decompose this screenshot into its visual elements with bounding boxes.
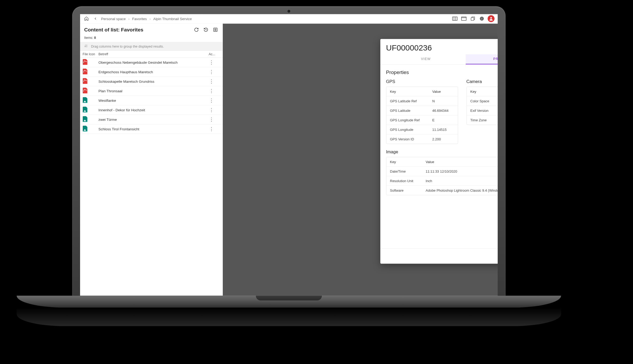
svg-point-5 xyxy=(490,17,492,19)
cell-key: GPS Latitude xyxy=(386,106,429,115)
cell-value: +02:00 xyxy=(497,115,498,125)
image-file-icon xyxy=(83,126,87,131)
row-subject: Innenhof - Dekor für Hochzeit xyxy=(99,108,209,112)
more-vertical-icon[interactable]: ⋮ xyxy=(209,79,214,84)
home-icon[interactable] xyxy=(83,16,90,22)
cell-key: Time Zone xyxy=(467,115,497,125)
external-icon[interactable] xyxy=(470,16,476,22)
breadcrumb-favorites[interactable]: Favorites xyxy=(132,17,147,21)
image-table: KeyValueDate/Time11:11:33 12/10/2020Reso… xyxy=(386,157,498,195)
row-subject: Schloss Tirol Frontansicht xyxy=(99,127,209,131)
table-row[interactable]: Schloss Tirol Frontansicht⋮ xyxy=(80,124,223,134)
tab-properties[interactable]: PROPERTIES xyxy=(466,54,498,64)
items-label: Items: xyxy=(84,36,93,39)
col-file-icon[interactable]: File Icon xyxy=(83,52,99,56)
cell-value: Inch xyxy=(422,176,498,185)
camera-title: Camera xyxy=(466,79,498,84)
th-value: Value xyxy=(429,87,458,96)
table-row[interactable]: zwei Türme⋮ xyxy=(80,115,223,124)
more-vertical-icon[interactable]: ⋮ xyxy=(209,70,214,74)
chevron-right-icon: › xyxy=(150,17,151,21)
table-head: File Icon Betreff Ac... xyxy=(80,50,223,58)
table-row: GPS Latitude46.694344 xyxy=(386,106,458,115)
th-key: Key xyxy=(386,87,429,96)
columns-icon[interactable] xyxy=(452,16,458,22)
gps-title: GPS xyxy=(386,79,458,84)
table-row[interactable]: Schlosskapelle Maretsch Grundriss⋮ xyxy=(80,77,223,86)
more-vertical-icon[interactable]: ⋮ xyxy=(209,98,214,103)
laptop-notch xyxy=(256,296,322,300)
table-row: Time Zone+02:00 xyxy=(467,115,498,125)
more-vertical-icon[interactable]: ⋮ xyxy=(209,117,214,122)
items-count: Items: 8 xyxy=(80,35,223,42)
more-vertical-icon[interactable]: ⋮ xyxy=(209,60,214,65)
modal-footer: OPEN IN DMS CLOSE xyxy=(380,248,498,264)
camera-section: Camera KeyValueColor SpacesRGBExif Versi… xyxy=(466,79,498,125)
table-row: GPS Latitude RefN xyxy=(386,96,458,106)
breadcrumb: Personal space › Favorites › Alpin Thumb… xyxy=(101,17,192,21)
th-value: Value xyxy=(422,157,498,166)
modal-body: Properties GPS KeyValueGPS Latitude RefN… xyxy=(380,64,498,248)
tab-view[interactable]: VIEW xyxy=(386,54,466,64)
table-row: GPS Longitude RefE xyxy=(386,115,458,125)
table-row: Resolution UnitInch xyxy=(386,176,498,186)
panel-icon[interactable] xyxy=(461,16,467,22)
cell-key: GPS Version ID xyxy=(386,134,429,144)
row-subject: Erdgeschoss Haupthaus Maretsch xyxy=(99,70,209,74)
cell-value: Adobe Photoshop Lightroom Classic 9.4 (W… xyxy=(422,186,498,195)
table-row[interactable]: Westflanke⋮ xyxy=(80,96,223,105)
cell-key: Software xyxy=(386,186,422,195)
breadcrumb-current[interactable]: Alpin Thumbnail Service xyxy=(153,17,192,21)
list-settings-icon[interactable] xyxy=(212,27,218,33)
camera-table: KeyValueColor SpacesRGBExif Version2.31T… xyxy=(466,86,498,125)
svg-rect-1 xyxy=(461,17,466,20)
more-vertical-icon[interactable]: ⋮ xyxy=(209,89,214,93)
items-count-value: 8 xyxy=(94,36,96,39)
cell-key: Color Space xyxy=(467,96,497,105)
cell-value: 2.200 xyxy=(429,134,458,144)
user-avatar[interactable] xyxy=(488,15,495,22)
info-icon[interactable]: i xyxy=(479,16,485,22)
table-row: SoftwareAdobe Photoshop Lightroom Classi… xyxy=(386,186,498,195)
modal-heading: Properties xyxy=(386,69,498,75)
more-vertical-icon[interactable]: ⋮ xyxy=(209,108,214,112)
right-panel: UF00000236 VIEW PROPERTIES MAP Propertie… xyxy=(223,24,498,296)
table-row: Color SpacesRGB xyxy=(467,96,498,106)
topbar: Personal space › Favorites › Alpin Thumb… xyxy=(80,14,498,24)
laptop-reflection xyxy=(17,307,561,326)
cell-key: Exif Version xyxy=(467,106,497,115)
laptop-base xyxy=(17,296,561,307)
cell-value: 46.694344 xyxy=(429,106,458,115)
more-vertical-icon[interactable]: ⋮ xyxy=(209,127,214,131)
table-row[interactable]: Obergeschoss Nebengebäude Gesindel Maret… xyxy=(80,58,223,67)
laptop-bezel: Personal space › Favorites › Alpin Thumb… xyxy=(72,6,506,296)
pdf-file-icon xyxy=(83,68,87,74)
table-row[interactable]: Erdgeschoss Haupthaus Maretsch⋮ xyxy=(80,67,223,77)
laptop-mockup: Personal space › Favorites › Alpin Thumb… xyxy=(72,6,561,326)
cell-value: 11:11:33 12/10/2020 xyxy=(422,167,498,176)
cell-key: Date/Time xyxy=(386,167,422,176)
cell-value: sRGB xyxy=(497,96,498,105)
left-panel: Content of list: Favorites xyxy=(80,24,223,296)
camera-dot xyxy=(288,10,290,12)
history-icon[interactable] xyxy=(203,27,209,33)
row-subject: Obergeschoss Nebengebäude Gesindel Maret… xyxy=(99,60,209,64)
gps-table: KeyValueGPS Latitude RefNGPS Latitude46.… xyxy=(386,86,458,144)
breadcrumb-personal-space[interactable]: Personal space xyxy=(101,17,126,21)
image-section: Image KeyValueDate/Time11:11:33 12/10/20… xyxy=(386,149,498,195)
table-row[interactable]: Plan Thronsaal⋮ xyxy=(80,86,223,96)
back-chevron-icon[interactable] xyxy=(92,16,99,22)
th-key: Key xyxy=(386,157,422,166)
image-title: Image xyxy=(386,149,498,154)
col-subject[interactable]: Betreff xyxy=(99,52,209,56)
col-actions[interactable]: Ac... xyxy=(209,52,220,56)
row-subject: zwei Türme xyxy=(99,117,209,121)
table-row[interactable]: Innenhof - Dekor für Hochzeit⋮ xyxy=(80,105,223,115)
refresh-icon[interactable] xyxy=(193,27,199,33)
cell-value: E xyxy=(429,115,458,125)
table-row: Date/Time11:11:33 12/10/2020 xyxy=(386,167,498,176)
group-hint[interactable]: Drag columns here to group the displayed… xyxy=(80,42,223,50)
row-subject: Plan Thronsaal xyxy=(99,89,209,93)
group-hint-text: Drag columns here to group the displayed… xyxy=(91,44,164,48)
cell-key: GPS Longitude xyxy=(386,125,429,134)
